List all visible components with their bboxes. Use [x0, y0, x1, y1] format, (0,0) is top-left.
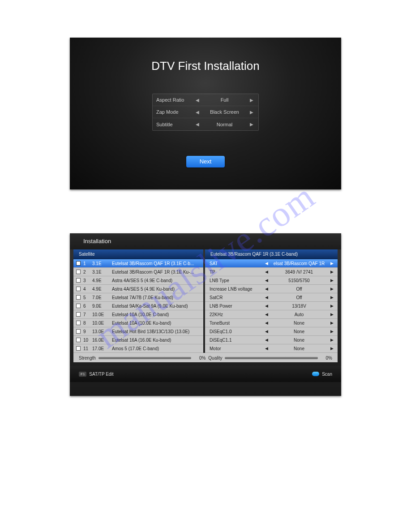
satellite-row[interactable]: 710.0EEutelsat 10A (10.0E C-band) — [73, 310, 203, 319]
strength-bar — [98, 357, 192, 359]
param-label: LNB Type — [210, 278, 263, 283]
checkbox[interactable] — [76, 338, 81, 342]
param-row[interactable]: LNB Power◀13/18V▶ — [205, 302, 338, 310]
chevron-left-icon[interactable]: ◀ — [194, 110, 201, 115]
footer-sat-tp-edit[interactable]: SAT/TP Edit — [89, 372, 113, 377]
param-label: ToneBurst — [210, 321, 263, 326]
satellite-row[interactable]: 1016.0EEutelsat 16A (16.0E Ku-band) — [73, 336, 203, 344]
chevron-left-icon[interactable]: ◀ — [263, 295, 270, 300]
chevron-right-icon[interactable]: ▶ — [329, 321, 335, 325]
chevron-right-icon[interactable]: ▶ — [329, 329, 335, 334]
chevron-left-icon[interactable]: ◀ — [263, 278, 270, 283]
checkbox[interactable] — [76, 321, 81, 325]
sat-name: Amos 5 (17.0E C-band) — [112, 346, 203, 351]
f1-key-icon: F1 — [79, 372, 86, 377]
quality-pct: 0% — [321, 356, 332, 360]
param-label: DiSEqC1.1 — [210, 338, 263, 343]
checkbox[interactable] — [76, 295, 81, 300]
chevron-right-icon[interactable]: ▶ — [248, 110, 255, 115]
checkbox[interactable] — [76, 270, 81, 274]
chevron-left-icon[interactable]: ◀ — [263, 321, 270, 325]
chevron-right-icon[interactable]: ▶ — [248, 98, 255, 103]
param-row[interactable]: 22KHz◀Auto▶ — [205, 310, 338, 319]
satellite-params-header: Eutelsat 3B/Rascom QAF 1R (3.1E C-band) — [205, 249, 338, 259]
param-row[interactable]: Increase LNB voltage◀Off▶ — [205, 285, 338, 293]
param-value: 13/18V — [270, 304, 329, 309]
checkbox[interactable] — [76, 278, 81, 283]
param-row[interactable]: ToneBurst◀None▶ — [205, 319, 338, 327]
checkbox[interactable] — [76, 261, 81, 266]
sat-num: 5 — [83, 295, 92, 300]
setting-subtitle[interactable]: Subtitle ◀ Normal ▶ — [153, 118, 258, 130]
sat-name: Eutelsat 3B/Rascom QAF 1R (3.1E Ku-... — [112, 270, 203, 275]
footer-scan[interactable]: Scan — [322, 372, 332, 377]
sat-position: 17.0E — [92, 346, 112, 351]
sat-position: 4.9E — [92, 287, 112, 292]
param-row[interactable]: TP◀3649 /V/ 2741▶ — [205, 268, 338, 276]
sat-num: 6 — [83, 304, 92, 309]
satellite-row[interactable]: 44.9EAstra 4A/SES 5 (4.9E Ku-band) — [73, 285, 203, 293]
sat-num: 1 — [83, 261, 92, 266]
sat-num: 3 — [83, 278, 92, 283]
param-row[interactable]: DiSEqC1.0◀None▶ — [205, 327, 338, 336]
chevron-left-icon[interactable]: ◀ — [263, 346, 270, 351]
chevron-right-icon[interactable]: ▶ — [329, 338, 335, 342]
checkbox[interactable] — [76, 329, 81, 334]
chevron-left-icon[interactable]: ◀ — [263, 304, 270, 308]
chevron-left-icon[interactable]: ◀ — [263, 312, 270, 317]
checkbox[interactable] — [76, 304, 81, 308]
chevron-left-icon[interactable]: ◀ — [263, 287, 270, 291]
satellite-row[interactable]: 57.0EEutelsat 7A/7B (7.0E Ku-band) — [73, 293, 203, 302]
chevron-right-icon[interactable]: ▶ — [329, 287, 335, 291]
satellite-row[interactable]: 913.0EEutelsat Hot Bird 13B/13C/13D (13.… — [73, 327, 203, 336]
chevron-left-icon[interactable]: ◀ — [194, 98, 201, 103]
chevron-right-icon[interactable]: ▶ — [329, 278, 335, 283]
param-row[interactable]: SAT◀elsat 3B/Rascom QAF 1R▶ — [205, 259, 338, 268]
satellite-row[interactable]: 13.1EEutelsat 3B/Rascom QAF 1R (3.1E C-b… — [73, 259, 203, 268]
param-label: Increase LNB voltage — [210, 287, 263, 292]
blue-button-icon — [312, 372, 319, 376]
satellite-row[interactable]: 1117.0EAmos 5 (17.0E C-band) — [73, 344, 203, 353]
param-value: None — [270, 346, 329, 351]
sat-position: 13.0E — [92, 329, 112, 334]
sat-num: 10 — [83, 338, 92, 343]
sat-position: 10.0E — [92, 321, 112, 326]
chevron-right-icon[interactable]: ▶ — [248, 122, 255, 127]
param-row[interactable]: LNB Type◀5150/5750▶ — [205, 276, 338, 285]
param-label: Motor — [210, 346, 263, 351]
quality-label: Quality — [208, 356, 222, 360]
chevron-right-icon[interactable]: ▶ — [329, 312, 335, 317]
param-row[interactable]: SatCR◀Off▶ — [205, 293, 338, 302]
chevron-right-icon[interactable]: ▶ — [329, 261, 335, 266]
setting-value: Full — [201, 97, 248, 103]
chevron-left-icon[interactable]: ◀ — [263, 261, 270, 266]
param-row[interactable]: DiSEqC1.1◀None▶ — [205, 336, 338, 344]
chevron-right-icon[interactable]: ▶ — [329, 346, 335, 351]
sat-name: Eutelsat 7A/7B (7.0E Ku-band) — [112, 295, 203, 300]
setting-label: Subtitle — [156, 122, 194, 127]
setting-zap-mode[interactable]: Zap Mode ◀ Black Screen ▶ — [153, 106, 258, 118]
sat-name: Eutelsat 10A (10.0E Ku-band) — [112, 321, 203, 326]
sat-num: 2 — [83, 270, 92, 275]
chevron-left-icon[interactable]: ◀ — [194, 122, 201, 127]
chevron-left-icon[interactable]: ◀ — [263, 338, 270, 342]
setting-aspect-ratio[interactable]: Aspect Ratio ◀ Full ▶ — [153, 94, 258, 106]
satellite-list-header: Satellite — [73, 249, 203, 259]
chevron-right-icon[interactable]: ▶ — [329, 270, 335, 274]
satellite-row[interactable]: 23.1EEutelsat 3B/Rascom QAF 1R (3.1E Ku-… — [73, 268, 203, 276]
satellite-row[interactable]: 69.0EEutelsat 9A/Ka-Sat 9A (9.0E Ku-band… — [73, 302, 203, 310]
satellite-row[interactable]: 810.0EEutelsat 10A (10.0E Ku-band) — [73, 319, 203, 327]
chevron-left-icon[interactable]: ◀ — [263, 329, 270, 334]
param-row[interactable]: Motor◀None▶ — [205, 344, 338, 353]
quality-bar — [225, 357, 318, 359]
param-value: Off — [270, 295, 329, 300]
checkbox[interactable] — [76, 312, 81, 317]
chevron-right-icon[interactable]: ▶ — [329, 304, 335, 308]
checkbox[interactable] — [76, 346, 81, 351]
satellite-row[interactable]: 34.9EAstra 4A/SES 5 (4.9E C-band) — [73, 276, 203, 285]
checkbox[interactable] — [76, 287, 81, 291]
param-label: SatCR — [210, 295, 263, 300]
chevron-left-icon[interactable]: ◀ — [263, 270, 270, 274]
next-button[interactable]: Next — [186, 156, 225, 167]
chevron-right-icon[interactable]: ▶ — [329, 295, 335, 300]
